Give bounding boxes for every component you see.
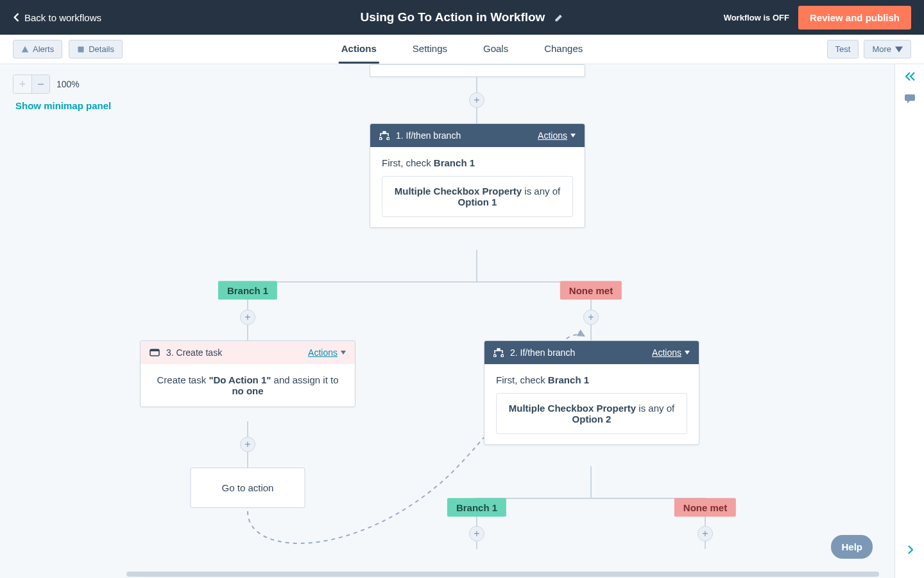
node-header: 1. If/then branch Actions	[370, 124, 585, 147]
tab-changes[interactable]: Changes	[542, 35, 585, 64]
lead-bold: Branch 1	[434, 157, 475, 168]
back-label: Back to workflows	[24, 12, 101, 23]
task-pre: Create task	[157, 374, 209, 385]
canvas[interactable]: + − 100% Show minimap panel + 1. If/then…	[0, 64, 924, 578]
test-button[interactable]: Test	[827, 40, 859, 58]
subbar: Alerts Details Actions Settings Goals Ch…	[0, 35, 924, 64]
add-action-button[interactable]: +	[469, 92, 484, 108]
node-actions-menu[interactable]: Actions	[538, 130, 576, 141]
horizontal-scrollbar[interactable]	[111, 570, 894, 578]
add-action-button[interactable]: +	[697, 526, 713, 541]
rule-value: Option 1	[458, 197, 497, 207]
branch-label-branch1-b: Branch 1	[447, 498, 506, 517]
branch-label-none-met: None met	[560, 281, 622, 300]
expand-help-button[interactable]	[907, 545, 914, 555]
details-button[interactable]: Details	[69, 40, 123, 58]
tab-actions[interactable]: Actions	[339, 35, 379, 64]
branch-icon	[493, 348, 504, 357]
trigger-node-peek[interactable]	[370, 64, 585, 77]
node-header: 3. Create task Actions	[141, 341, 355, 364]
comments-button[interactable]	[904, 94, 916, 104]
goto-action-node[interactable]: Go to action	[191, 468, 305, 508]
rule-mid: is any of	[522, 186, 560, 197]
task-name: "Do Action 1"	[209, 374, 271, 385]
caret-down-icon	[341, 351, 346, 355]
add-action-button[interactable]: +	[469, 526, 484, 541]
zoom-in-button[interactable]: +	[13, 75, 31, 93]
rule-mid: is any of	[636, 403, 674, 414]
actions-label: Actions	[538, 130, 567, 141]
diagram: + 1. If/then branch Actions First, check…	[0, 64, 924, 578]
zoom-buttons: + −	[13, 74, 50, 94]
create-task-node[interactable]: 3. Create task Actions Create task "Do A…	[140, 340, 355, 407]
zoom-level: 100%	[56, 79, 80, 89]
title-wrap: Using Go To Action in Workflow	[361, 10, 564, 24]
branch-icon	[379, 131, 389, 140]
node-title: 2. If/then branch	[510, 347, 575, 358]
caret-down-icon	[895, 46, 903, 53]
page-title: Using Go To Action in Workflow	[361, 10, 545, 24]
rule-box: Multiple Checkbox Property is any of Opt…	[382, 176, 573, 217]
scrollbar-thumb[interactable]	[126, 572, 879, 577]
subbar-left: Alerts Details	[13, 40, 123, 58]
tabs: Actions Settings Goals Changes	[339, 35, 585, 64]
details-icon	[77, 46, 85, 53]
actions-label: Actions	[652, 347, 681, 358]
caret-down-icon	[570, 134, 576, 137]
connector	[247, 281, 591, 283]
svg-rect-3	[150, 349, 159, 351]
add-action-button[interactable]: +	[583, 310, 599, 325]
back-to-workflows-link[interactable]: Back to workflows	[13, 12, 101, 23]
tab-settings[interactable]: Settings	[410, 35, 450, 64]
node-actions-menu[interactable]: Actions	[652, 347, 690, 358]
review-publish-button[interactable]: Review and publish	[798, 6, 911, 30]
zoom-out-button[interactable]: −	[31, 75, 49, 93]
lead-bold: Branch 1	[548, 374, 589, 385]
topbar: Back to workflows Using Go To Action in …	[0, 0, 924, 35]
alerts-label: Alerts	[33, 44, 54, 54]
zoom-controls: + − 100%	[13, 74, 80, 94]
node-title: 3. Create task	[166, 347, 222, 358]
tab-goals[interactable]: Goals	[481, 35, 511, 64]
node-header: 2. If/then branch Actions	[484, 341, 699, 364]
rule-property: Multiple Checkbox Property	[509, 403, 636, 414]
task-icon	[150, 348, 160, 357]
lead-text: First, check	[382, 157, 434, 168]
node-title: 1. If/then branch	[396, 130, 461, 141]
rule-property: Multiple Checkbox Property	[395, 186, 522, 197]
if-then-branch-1-node[interactable]: 1. If/then branch Actions First, check B…	[370, 123, 585, 228]
add-action-button[interactable]: +	[240, 437, 255, 452]
add-action-button[interactable]: +	[240, 310, 255, 325]
collapse-rail-button[interactable]	[904, 72, 916, 81]
caret-down-icon	[685, 351, 690, 355]
if-then-branch-2-node[interactable]: 2. If/then branch Actions First, check B…	[484, 340, 699, 445]
task-mid: and assign it to	[271, 374, 338, 385]
chevron-left-icon	[13, 13, 19, 22]
lead-text: First, check	[496, 374, 548, 385]
rule-value: Option 2	[572, 414, 612, 425]
task-assignee: no one	[232, 385, 263, 396]
workflow-status: Workflow is OFF	[724, 13, 789, 22]
top-right: Workflow is OFF Review and publish	[724, 6, 911, 30]
alerts-button[interactable]: Alerts	[13, 40, 62, 58]
node-body: Create task "Do Action 1" and assign it …	[141, 364, 355, 407]
node-body: First, check Branch 1 Multiple Checkbox …	[370, 147, 585, 227]
edit-icon[interactable]	[554, 13, 563, 22]
connector	[476, 498, 706, 499]
show-minimap-link[interactable]: Show minimap panel	[15, 100, 111, 111]
svg-rect-0	[78, 46, 84, 52]
more-label: More	[872, 44, 891, 54]
help-button[interactable]: Help	[831, 535, 873, 559]
connector	[590, 466, 592, 498]
node-body: First, check Branch 1 Multiple Checkbox …	[484, 364, 699, 444]
node-actions-menu[interactable]: Actions	[308, 347, 346, 358]
more-button[interactable]: More	[864, 40, 911, 58]
subbar-right: Test More	[827, 40, 911, 58]
rule-box: Multiple Checkbox Property is any of Opt…	[496, 393, 687, 434]
svg-rect-1	[905, 94, 915, 101]
branch-label-none-met-b: None met	[674, 498, 736, 517]
connector	[476, 250, 477, 282]
actions-label: Actions	[308, 347, 338, 358]
branch-label-branch1: Branch 1	[218, 281, 277, 300]
right-rail	[894, 64, 924, 578]
